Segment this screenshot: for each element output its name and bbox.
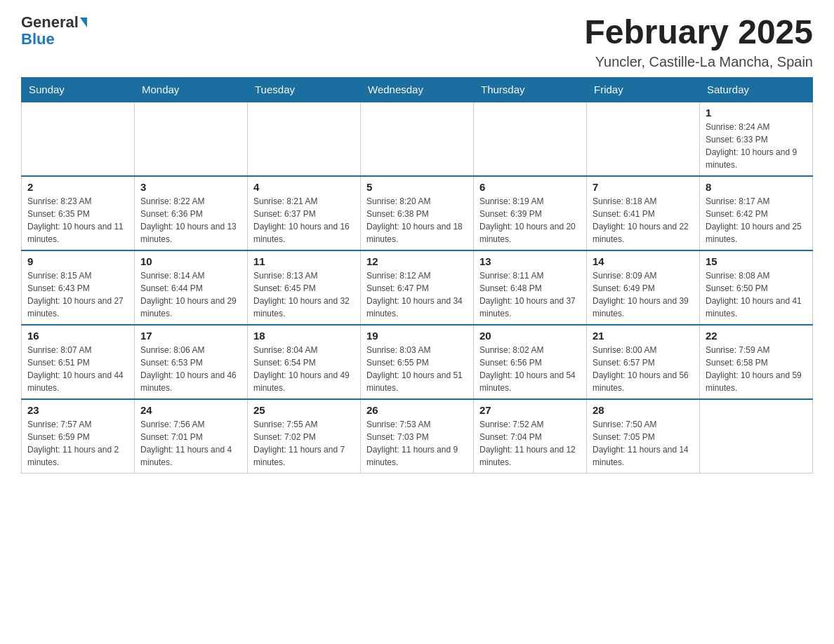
- day-info: Sunrise: 8:19 AMSunset: 6:39 PMDaylight:…: [479, 195, 581, 246]
- logo-triangle-icon: [80, 18, 87, 27]
- month-title: February 2025: [584, 14, 813, 51]
- day-number: 6: [479, 181, 581, 193]
- day-info: Sunrise: 8:06 AMSunset: 6:53 PMDaylight:…: [140, 344, 241, 394]
- calendar-cell: 27Sunrise: 7:52 AMSunset: 7:04 PMDayligh…: [474, 399, 587, 474]
- day-info: Sunrise: 8:09 AMSunset: 6:49 PMDaylight:…: [593, 269, 694, 320]
- calendar-cell: 9Sunrise: 8:15 AMSunset: 6:43 PMDaylight…: [22, 250, 135, 325]
- calendar-cell: 7Sunrise: 8:18 AMSunset: 6:41 PMDaylight…: [587, 176, 700, 250]
- calendar-cell: 11Sunrise: 8:13 AMSunset: 6:45 PMDayligh…: [248, 250, 361, 325]
- day-info: Sunrise: 8:11 AMSunset: 6:48 PMDaylight:…: [479, 269, 581, 320]
- week-row-2: 9Sunrise: 8:15 AMSunset: 6:43 PMDaylight…: [22, 250, 813, 325]
- day-number: 28: [593, 404, 694, 416]
- day-number: 21: [593, 330, 694, 342]
- calendar-cell: 18Sunrise: 8:04 AMSunset: 6:54 PMDayligh…: [248, 325, 361, 399]
- calendar-cell: 15Sunrise: 8:08 AMSunset: 6:50 PMDayligh…: [700, 250, 813, 325]
- header-thursday: Thursday: [474, 77, 587, 102]
- calendar-cell: 21Sunrise: 8:00 AMSunset: 6:57 PMDayligh…: [587, 325, 700, 399]
- calendar-cell: 24Sunrise: 7:56 AMSunset: 7:01 PMDayligh…: [135, 399, 248, 474]
- logo-general-text: General: [21, 14, 79, 31]
- day-number: 10: [140, 255, 241, 267]
- calendar-cell: 25Sunrise: 7:55 AMSunset: 7:02 PMDayligh…: [248, 399, 361, 474]
- calendar-cell: [361, 102, 474, 176]
- day-info: Sunrise: 7:59 AMSunset: 6:58 PMDaylight:…: [706, 344, 807, 394]
- week-row-0: 1Sunrise: 8:24 AMSunset: 6:33 PMDaylight…: [22, 102, 813, 176]
- day-number: 18: [253, 330, 355, 342]
- day-info: Sunrise: 8:07 AMSunset: 6:51 PMDaylight:…: [27, 344, 128, 394]
- day-number: 15: [706, 255, 807, 267]
- calendar-cell: [248, 102, 361, 176]
- calendar-cell: 22Sunrise: 7:59 AMSunset: 6:58 PMDayligh…: [700, 325, 813, 399]
- day-number: 26: [366, 404, 468, 416]
- day-number: 1: [706, 107, 807, 119]
- day-info: Sunrise: 7:57 AMSunset: 6:59 PMDaylight:…: [27, 418, 128, 469]
- day-number: 8: [706, 181, 807, 193]
- day-number: 25: [253, 404, 355, 416]
- day-info: Sunrise: 8:02 AMSunset: 6:56 PMDaylight:…: [479, 344, 581, 394]
- day-number: 11: [253, 255, 355, 267]
- day-info: Sunrise: 8:03 AMSunset: 6:55 PMDaylight:…: [366, 344, 468, 394]
- day-info: Sunrise: 8:04 AMSunset: 6:54 PMDaylight:…: [253, 344, 355, 394]
- day-info: Sunrise: 8:21 AMSunset: 6:37 PMDaylight:…: [253, 195, 355, 246]
- day-number: 24: [140, 404, 241, 416]
- week-row-3: 16Sunrise: 8:07 AMSunset: 6:51 PMDayligh…: [22, 325, 813, 399]
- calendar-cell: 4Sunrise: 8:21 AMSunset: 6:37 PMDaylight…: [248, 176, 361, 250]
- week-row-1: 2Sunrise: 8:23 AMSunset: 6:35 PMDaylight…: [22, 176, 813, 250]
- calendar-cell: 3Sunrise: 8:22 AMSunset: 6:36 PMDaylight…: [135, 176, 248, 250]
- calendar-cell: 16Sunrise: 8:07 AMSunset: 6:51 PMDayligh…: [22, 325, 135, 399]
- day-info: Sunrise: 8:13 AMSunset: 6:45 PMDaylight:…: [253, 269, 355, 320]
- day-number: 20: [479, 330, 581, 342]
- calendar-cell: 23Sunrise: 7:57 AMSunset: 6:59 PMDayligh…: [22, 399, 135, 474]
- day-number: 23: [27, 404, 128, 416]
- day-number: 19: [366, 330, 468, 342]
- weekday-header-row: Sunday Monday Tuesday Wednesday Thursday…: [22, 77, 813, 102]
- header-saturday: Saturday: [700, 77, 813, 102]
- calendar-cell: 5Sunrise: 8:20 AMSunset: 6:38 PMDaylight…: [361, 176, 474, 250]
- logo: General Blue: [21, 14, 87, 48]
- calendar-cell: 10Sunrise: 8:14 AMSunset: 6:44 PMDayligh…: [135, 250, 248, 325]
- calendar-cell: 2Sunrise: 8:23 AMSunset: 6:35 PMDaylight…: [22, 176, 135, 250]
- calendar-cell: 20Sunrise: 8:02 AMSunset: 6:56 PMDayligh…: [474, 325, 587, 399]
- day-info: Sunrise: 8:23 AMSunset: 6:35 PMDaylight:…: [27, 195, 128, 246]
- day-info: Sunrise: 8:08 AMSunset: 6:50 PMDaylight:…: [706, 269, 807, 320]
- calendar-cell: 1Sunrise: 8:24 AMSunset: 6:33 PMDaylight…: [700, 102, 813, 176]
- header-wednesday: Wednesday: [361, 77, 474, 102]
- day-number: 13: [479, 255, 581, 267]
- calendar-cell: 13Sunrise: 8:11 AMSunset: 6:48 PMDayligh…: [474, 250, 587, 325]
- day-info: Sunrise: 8:12 AMSunset: 6:47 PMDaylight:…: [366, 269, 468, 320]
- day-info: Sunrise: 8:22 AMSunset: 6:36 PMDaylight:…: [140, 195, 241, 246]
- day-number: 5: [366, 181, 468, 193]
- header-monday: Monday: [135, 77, 248, 102]
- calendar-cell: 6Sunrise: 8:19 AMSunset: 6:39 PMDaylight…: [474, 176, 587, 250]
- day-number: 2: [27, 181, 128, 193]
- day-info: Sunrise: 8:24 AMSunset: 6:33 PMDaylight:…: [706, 121, 807, 171]
- calendar-cell: 26Sunrise: 7:53 AMSunset: 7:03 PMDayligh…: [361, 399, 474, 474]
- day-info: Sunrise: 8:14 AMSunset: 6:44 PMDaylight:…: [140, 269, 241, 320]
- day-number: 14: [593, 255, 694, 267]
- logo-blue-text: Blue: [21, 31, 55, 48]
- day-info: Sunrise: 8:18 AMSunset: 6:41 PMDaylight:…: [593, 195, 694, 246]
- calendar-table: Sunday Monday Tuesday Wednesday Thursday…: [21, 77, 813, 474]
- title-section: February 2025 Yuncler, Castille-La Manch…: [584, 14, 813, 70]
- day-info: Sunrise: 7:55 AMSunset: 7:02 PMDaylight:…: [253, 418, 355, 469]
- header-sunday: Sunday: [22, 77, 135, 102]
- calendar-cell: [135, 102, 248, 176]
- calendar-cell: 12Sunrise: 8:12 AMSunset: 6:47 PMDayligh…: [361, 250, 474, 325]
- day-info: Sunrise: 7:52 AMSunset: 7:04 PMDaylight:…: [479, 418, 581, 469]
- calendar-cell: 14Sunrise: 8:09 AMSunset: 6:49 PMDayligh…: [587, 250, 700, 325]
- location-title: Yuncler, Castille-La Mancha, Spain: [584, 54, 813, 70]
- calendar-cell: 8Sunrise: 8:17 AMSunset: 6:42 PMDaylight…: [700, 176, 813, 250]
- day-info: Sunrise: 7:56 AMSunset: 7:01 PMDaylight:…: [140, 418, 241, 469]
- day-info: Sunrise: 8:17 AMSunset: 6:42 PMDaylight:…: [706, 195, 807, 246]
- day-number: 27: [479, 404, 581, 416]
- day-info: Sunrise: 8:00 AMSunset: 6:57 PMDaylight:…: [593, 344, 694, 394]
- day-info: Sunrise: 8:20 AMSunset: 6:38 PMDaylight:…: [366, 195, 468, 246]
- day-number: 16: [27, 330, 128, 342]
- day-number: 3: [140, 181, 241, 193]
- day-number: 9: [27, 255, 128, 267]
- header-friday: Friday: [587, 77, 700, 102]
- day-number: 7: [593, 181, 694, 193]
- day-number: 4: [253, 181, 355, 193]
- header-tuesday: Tuesday: [248, 77, 361, 102]
- day-info: Sunrise: 7:53 AMSunset: 7:03 PMDaylight:…: [366, 418, 468, 469]
- day-number: 12: [366, 255, 468, 267]
